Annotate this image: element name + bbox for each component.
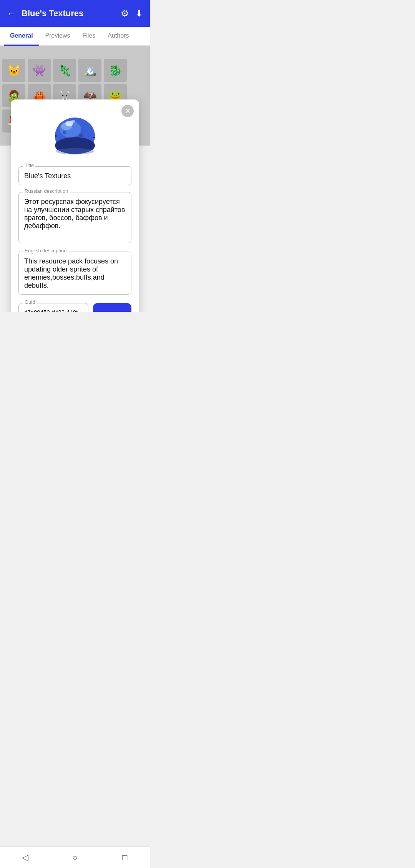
title-label: Title [23, 162, 35, 168]
header-actions: ⚙ ⬇ [121, 8, 143, 19]
back-button[interactable]: ← [7, 8, 16, 19]
pack-icon [50, 111, 100, 157]
title-input[interactable] [18, 166, 131, 185]
guid-row: Guid d7a90452-d422-440f-9340-404ebc35738… [18, 303, 131, 312]
svg-rect-6 [63, 131, 66, 134]
modal-card: ✕ [11, 99, 139, 312]
svg-rect-10 [55, 135, 56, 137]
sprite-cell: 🐉 [104, 59, 127, 82]
russian-description-label: Russian description [23, 188, 70, 194]
sprite-cell: 🏔️ [78, 59, 101, 82]
app-header: ← Blue's Textures ⚙ ⬇ [0, 0, 150, 27]
tab-files[interactable]: Files [76, 27, 102, 46]
guid-input-wrapper: Guid d7a90452-d422-440f-9340-404ebc35738… [18, 303, 88, 312]
svg-rect-11 [93, 137, 95, 138]
download-icon[interactable]: ⬇ [135, 8, 143, 19]
sprite-cell: 🦎 [53, 59, 76, 82]
header-title: Blue's Textures [22, 8, 83, 18]
header-left: ← Blue's Textures [7, 8, 83, 19]
svg-point-9 [56, 148, 94, 154]
modal-image-container [18, 111, 131, 157]
russian-description-input[interactable]: Этот ресурспак фокусируется на улучшении… [18, 192, 131, 243]
guid-label: Guid [23, 299, 37, 305]
close-icon: ✕ [125, 107, 131, 115]
svg-rect-8 [73, 138, 77, 140]
russian-description-field-group: Russian description Этот ресурспак фокус… [18, 192, 131, 245]
main-content: 🐱 👾 🦎 🏔️ 🐉 🧟 🦀 🐺 🦇 🐸 🦊 🐻 ✕ [0, 46, 150, 167]
english-description-input[interactable]: This resource pack focuses on updating o… [18, 252, 131, 295]
new-guid-button[interactable]: New [93, 303, 131, 312]
tab-previews[interactable]: Previews [39, 27, 76, 46]
svg-point-5 [71, 120, 75, 123]
english-description-label: English description [23, 248, 68, 253]
guid-field-group: Guid d7a90452-d422-440f-9340-404ebc35738… [18, 303, 131, 312]
sprite-cell: 👾 [28, 59, 51, 82]
tab-authors[interactable]: Authors [101, 27, 135, 46]
settings-icon[interactable]: ⚙ [121, 8, 129, 19]
sprite-cell: 🐱 [2, 59, 25, 82]
tab-bar: General Previews Files Authors [0, 27, 150, 46]
modal-close-button[interactable]: ✕ [121, 105, 134, 117]
svg-rect-7 [79, 134, 83, 137]
english-description-field-group: English description This resource pack f… [18, 252, 131, 296]
title-field-group: Title [18, 166, 131, 185]
tab-general[interactable]: General [4, 27, 39, 46]
